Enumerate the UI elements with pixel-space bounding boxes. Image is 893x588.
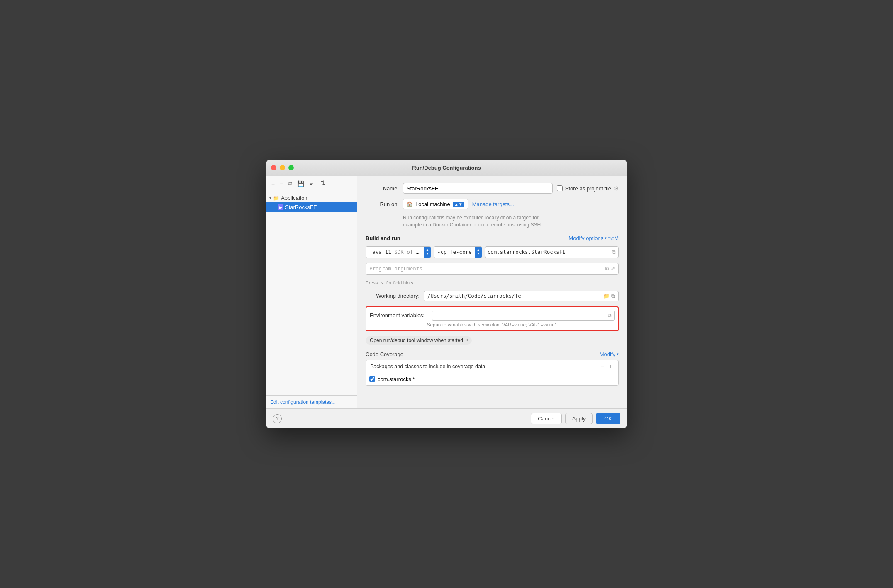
modify-shortcut: ⌥M (608, 235, 619, 241)
name-label: Name: (366, 185, 399, 192)
sidebar-footer: Edit configuration templates... (266, 395, 357, 408)
copy-config-button[interactable]: ⧉ (286, 179, 294, 188)
bottom-right: Cancel Apply OK (531, 413, 620, 424)
cp-down-arrow: ▼ (477, 252, 480, 255)
sidebar: + − ⧉ 💾 (266, 176, 357, 408)
env-vars-input[interactable]: ⧉ (432, 311, 615, 321)
copy-dir-icon[interactable]: ⧉ (611, 293, 615, 299)
code-coverage-header: Code Coverage Modify ▾ (366, 351, 619, 357)
store-as-project-label: Store as project file (565, 185, 611, 192)
cancel-button[interactable]: Cancel (531, 413, 561, 424)
package-label: com.starrocks.* (378, 376, 415, 382)
sidebar-tree: ▾ 📁 Application ▶ StarRocksFE (266, 191, 357, 395)
browse-dir-icon[interactable]: 📁 (603, 293, 610, 299)
modify-coverage-chevron: ▾ (617, 352, 619, 356)
modify-coverage-label: Modify (600, 351, 615, 357)
add-package-button[interactable]: + (608, 363, 614, 370)
svg-rect-0 (310, 182, 315, 182)
build-run-fields: java 11 SDK of 'fe-cor ▲ ▼ -cp fe-core ▲… (366, 246, 619, 258)
svg-rect-2 (310, 184, 312, 185)
packages-toolbar: − + (599, 363, 614, 370)
run-on-row: Run on: 🏠 Local machine ▲ ▼ Manage targe… (366, 199, 619, 209)
run-hint: Run configurations may be executed local… (403, 214, 619, 228)
bottom-left: ? (273, 414, 282, 423)
remove-chip-button[interactable]: ✕ (465, 338, 468, 343)
gear-icon[interactable]: ⚙ (614, 185, 619, 192)
sdk-dropdown[interactable]: java 11 SDK of 'fe-cor ▲ ▼ (366, 246, 431, 258)
maximize-button[interactable] (288, 165, 294, 170)
env-vars-label: Environment variables: (370, 312, 428, 318)
expand-args-icon[interactable]: ⤢ (611, 266, 615, 272)
packages-header: Packages and classes to include in cover… (366, 360, 618, 373)
env-vars-hint: Separate variables with semicolon: VAR=v… (370, 322, 615, 327)
titlebar: Run/Debug Configurations (266, 160, 627, 176)
expand-icon: ▾ (269, 196, 271, 200)
store-as-project-checkbox[interactable] (557, 185, 563, 191)
sdk-arrows[interactable]: ▲ ▼ (424, 247, 431, 258)
sdk-text: java 11 SDK of 'fe-cor (366, 249, 424, 255)
apply-button[interactable]: Apply (565, 413, 593, 424)
manage-targets-link[interactable]: Manage targets... (472, 201, 514, 207)
working-dir-label: Working directory: (366, 293, 420, 299)
sidebar-item-starrocks[interactable]: ▶ StarRocksFE (266, 202, 357, 212)
main-class-field[interactable]: com.starrocks.StarRocksFE ⧉ (485, 246, 619, 258)
window-title: Run/Debug Configurations (412, 165, 481, 171)
sdk-down-arrow: ▼ (426, 252, 429, 255)
code-coverage-title: Code Coverage (366, 351, 403, 357)
env-vars-hint-text: Separate variables with semicolon: VAR=v… (427, 322, 557, 327)
sdk-up-arrow: ▲ (426, 248, 429, 252)
section-divider: Code Coverage (366, 351, 407, 357)
save-config-button[interactable]: 💾 (295, 179, 306, 188)
modify-coverage-button[interactable]: Modify ▾ (600, 351, 619, 357)
remove-config-button[interactable]: − (278, 179, 285, 188)
name-input[interactable] (403, 183, 553, 194)
tree-group-application: ▾ 📁 Application ▶ StarRocksFE (266, 193, 357, 213)
remove-package-button[interactable]: − (599, 363, 606, 370)
working-dir-row: Working directory: /Users/smith/Code/sta… (366, 291, 619, 301)
add-config-button[interactable]: + (269, 179, 277, 188)
modify-options-label: Modify options (568, 235, 603, 241)
packages-list: com.starrocks.* (366, 373, 618, 385)
ok-button[interactable]: OK (596, 413, 620, 424)
cp-up-arrow: ▲ (477, 248, 480, 252)
dropdown-chevron: ▲ ▼ (453, 202, 464, 207)
tool-window-chip-area: Open run/debug tool window when started … (366, 336, 619, 345)
package-checkbox[interactable] (369, 376, 375, 382)
env-vars-copy-icon[interactable]: ⧉ (608, 313, 612, 318)
build-run-section-header: Build and run Modify options ▾ ⌥M (366, 235, 619, 241)
run-on-label: Run on: (366, 201, 399, 207)
sdk-subtext: SDK of 'fe-cor (394, 249, 424, 255)
sort-button[interactable] (318, 179, 328, 188)
press-hint: Press ⌥ for field hints (366, 279, 619, 286)
minimize-button[interactable] (280, 165, 285, 170)
titlebar-buttons (271, 165, 294, 170)
program-args-field[interactable]: Program arguments ⧉ ⤢ (366, 263, 619, 275)
close-button[interactable] (271, 165, 276, 170)
main-content: + − ⧉ 💾 (266, 176, 627, 408)
packages-section: Packages and classes to include in cover… (366, 360, 619, 386)
run-debug-window: Run/Debug Configurations + − ⧉ 💾 (266, 160, 627, 428)
run-hint-line1: Run configurations may be executed local… (403, 215, 539, 221)
working-dir-field[interactable]: /Users/smith/Code/starrocks/fe 📁 ⧉ (424, 291, 619, 301)
config-label: StarRocksFE (285, 204, 317, 210)
working-dir-icons: 📁 ⧉ (603, 293, 615, 299)
list-item: com.starrocks.* (369, 375, 615, 384)
run-on-dropdown[interactable]: 🏠 Local machine ▲ ▼ (403, 199, 468, 209)
code-coverage-section: Code Coverage Modify ▾ Packages and clas… (366, 351, 619, 386)
field-icons: ⧉ ⤢ (605, 266, 615, 272)
main-class-text: com.starrocks.StarRocksFE (488, 249, 566, 255)
env-vars-row: Environment variables: ⧉ (370, 311, 615, 321)
edit-templates-link[interactable]: Edit configuration templates... (270, 399, 336, 405)
tree-group-application-header[interactable]: ▾ 📁 Application (266, 194, 357, 202)
move-up-button[interactable] (307, 179, 317, 188)
modify-options-button[interactable]: Modify options ▾ ⌥M (568, 235, 619, 241)
right-panel: Name: Store as project file ⚙ Run on: 🏠 … (357, 176, 627, 408)
cp-dropdown[interactable]: -cp fe-core ▲ ▼ (434, 246, 482, 258)
program-args-placeholder: Program arguments (369, 265, 422, 272)
help-button[interactable]: ? (273, 414, 282, 423)
store-project-area: Store as project file ⚙ (557, 185, 619, 192)
copy-args-icon[interactable]: ⧉ (605, 266, 609, 272)
packages-label: Packages and classes to include in cover… (370, 364, 485, 369)
cp-arrows[interactable]: ▲ ▼ (475, 247, 482, 258)
copy-class-icon[interactable]: ⧉ (612, 249, 616, 255)
